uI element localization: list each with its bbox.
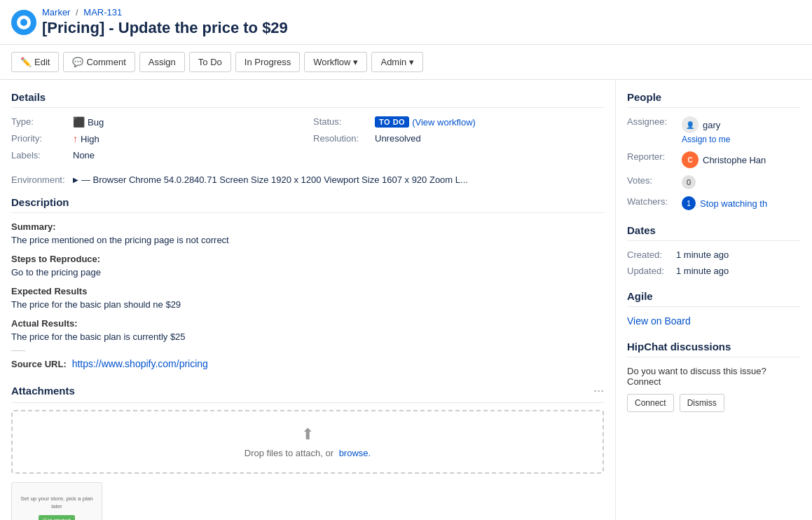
logo-area: Marker / MAR-131 [Pricing] - Update the …: [11, 7, 288, 37]
created-label: Created:: [627, 249, 676, 260]
stop-watching-link[interactable]: Stop watching th: [700, 198, 767, 209]
summary-block: Summary: The price mentioned on the pric…: [11, 221, 604, 245]
hipchat-section: HipChat discussions Do you want to discu…: [627, 341, 801, 412]
edit-icon: ✏️: [20, 57, 32, 67]
status-value: TO DO (View workflow): [375, 116, 476, 128]
thumbnail-content: Set up your store, pick a plan later Get…: [12, 489, 102, 520]
issue-title: [Pricing] - Update the price to $29: [42, 19, 288, 37]
dismiss-button[interactable]: Dismiss: [680, 394, 724, 412]
source-label: Source URL:: [11, 359, 67, 369]
votes-badge: 0: [682, 175, 696, 189]
comment-icon: 💬: [72, 57, 83, 67]
priority-row: Priority: ↑ High: [11, 133, 302, 144]
hipchat-text: Do you want to discuss this issue? Conne…: [627, 366, 801, 387]
assignee-row: Assignee: 👤 gary Assign to me: [627, 116, 801, 144]
type-row: Type: ⬛ Bug: [11, 116, 302, 128]
comment-button[interactable]: 💬 Comment: [63, 52, 135, 72]
reporter-value: C Christophe Han: [682, 151, 766, 168]
assignee-label: Assignee:: [627, 116, 676, 127]
desc-divider: [11, 350, 25, 351]
workflow-button[interactable]: Workflow ▾: [304, 52, 367, 72]
expected-block: Expected Results The price for the basic…: [11, 286, 604, 310]
assignee-name: gary: [703, 120, 720, 130]
status-row: Status: TO DO (View workflow): [313, 116, 604, 128]
main-content: Details Type: ⬛ Bug Status: TO DO (View …: [0, 80, 616, 520]
updated-value: 1 minute ago: [676, 266, 729, 276]
admin-button[interactable]: Admin ▾: [371, 52, 423, 72]
watchers-row: Watchers: 1 Stop watching th: [627, 196, 801, 210]
votes-value: 0: [682, 175, 696, 189]
source-url-link[interactable]: https://www.shopify.com/pricing: [72, 358, 208, 369]
header-bar: Marker / MAR-131 [Pricing] - Update the …: [0, 0, 812, 45]
resolution-row: Resolution: Unresolved: [313, 133, 604, 144]
drop-zone[interactable]: ⬆ Drop files to attach, or browse.: [11, 410, 604, 474]
agile-section: Agile View on Board: [627, 290, 801, 327]
browse-link[interactable]: browse.: [339, 448, 371, 458]
priority-value: ↑ High: [73, 133, 99, 144]
votes-row: Votes: 0: [627, 175, 801, 189]
agile-section-title: Agile: [627, 290, 801, 307]
watchers-value: 1 Stop watching th: [682, 196, 767, 210]
reporter-label: Reporter:: [627, 151, 676, 162]
admin-dropdown-icon: ▾: [409, 57, 414, 67]
workflow-dropdown-icon: ▾: [353, 57, 358, 67]
logo-pupil-icon: [20, 19, 27, 26]
attachments-section: Attachments ··· ⬆ Drop files to attach, …: [11, 383, 604, 520]
watchers-label: Watchers:: [627, 196, 676, 207]
dates-section-title: Dates: [627, 224, 801, 241]
breadcrumb-issue[interactable]: MAR-131: [83, 7, 122, 18]
summary-heading: Summary:: [11, 221, 604, 232]
updated-row: Updated: 1 minute ago: [627, 266, 801, 276]
breadcrumb-separator: /: [76, 7, 78, 18]
description-section-title: Description: [11, 196, 604, 213]
connect-button[interactable]: Connect: [627, 394, 674, 412]
steps-block: Steps to Reproduce: Go to the pricing pa…: [11, 254, 604, 278]
dates-section: Dates Created: 1 minute ago Updated: 1 m…: [627, 224, 801, 276]
type-value: ⬛ Bug: [73, 116, 104, 128]
expected-text: The price for the basic plan should ne $…: [11, 299, 604, 310]
expected-heading: Expected Results: [11, 286, 604, 296]
attachments-menu-icon[interactable]: ···: [593, 383, 604, 398]
people-section: People Assignee: 👤 gary Assign to me Rep…: [627, 91, 801, 210]
upload-icon: ⬆: [27, 425, 589, 444]
reporter-avatar: C: [682, 151, 699, 168]
view-on-board-link[interactable]: View on Board: [627, 315, 691, 327]
assign-to-me-link[interactable]: Assign to me: [682, 135, 730, 144]
environment-label: Environment:: [11, 175, 67, 185]
actual-text: The price for the basic plan is currentl…: [11, 331, 604, 342]
thumbnail-button: Get started: [39, 515, 75, 520]
updated-label: Updated:: [627, 266, 676, 276]
actual-heading: Actual Results:: [11, 318, 604, 329]
breadcrumb: Marker / MAR-131: [42, 7, 288, 18]
reporter-row: Reporter: C Christophe Han: [627, 151, 801, 168]
sidebar: People Assignee: 👤 gary Assign to me Rep…: [616, 80, 812, 520]
main-layout: Details Type: ⬛ Bug Status: TO DO (View …: [0, 80, 812, 520]
environment-row: Environment: ▶ — Browser Chrome 54.0.284…: [11, 175, 604, 185]
breadcrumb-project[interactable]: Marker: [42, 7, 70, 18]
created-value: 1 minute ago: [676, 249, 729, 260]
attachments-title: Attachments: [11, 385, 75, 397]
priority-up-icon: ↑: [73, 133, 78, 144]
view-workflow-link[interactable]: (View workflow): [412, 117, 476, 128]
resolution-value: Unresolved: [375, 133, 421, 144]
type-label: Type:: [11, 116, 67, 127]
created-row: Created: 1 minute ago: [627, 249, 801, 260]
assignee-name-row: 👤 gary: [682, 116, 730, 133]
assignee-value: 👤 gary Assign to me: [682, 116, 730, 144]
assign-button[interactable]: Assign: [139, 52, 185, 72]
summary-text: The price mentioned on the pricing page …: [11, 235, 604, 245]
bug-icon: ⬛: [73, 116, 85, 128]
priority-label: Priority:: [11, 133, 67, 144]
reporter-name: Christophe Han: [703, 155, 766, 165]
in-progress-button[interactable]: In Progress: [235, 52, 300, 72]
attachments-header: Attachments ···: [11, 383, 604, 403]
toolbar: ✏️ Edit 💬 Comment Assign To Do In Progre…: [0, 45, 812, 80]
thumbnail-container: Set up your store, pick a plan later Get…: [11, 482, 604, 520]
steps-heading: Steps to Reproduce:: [11, 254, 604, 264]
details-section-title: Details: [11, 91, 604, 108]
todo-button[interactable]: To Do: [189, 52, 231, 72]
hipchat-section-title: HipChat discussions: [627, 341, 801, 357]
env-expand-icon[interactable]: ▶: [73, 176, 78, 184]
app-logo: [11, 10, 36, 35]
edit-button[interactable]: ✏️ Edit: [11, 52, 59, 72]
